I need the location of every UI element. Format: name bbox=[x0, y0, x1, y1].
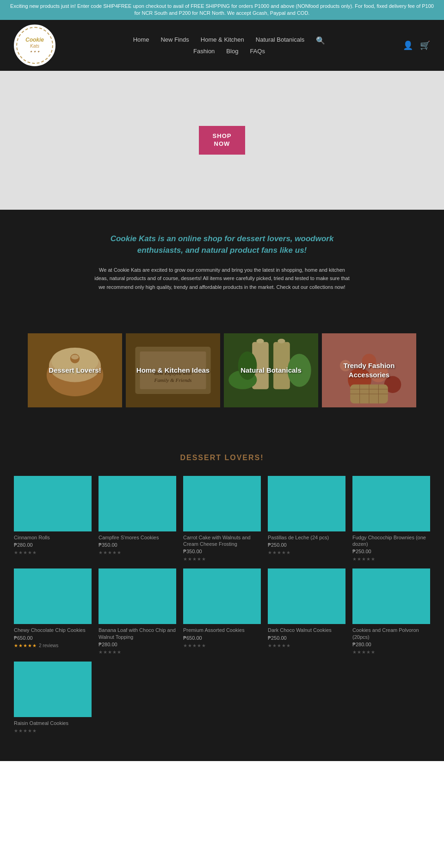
product-card-6[interactable]: Chewy Chocolate Chip Cookies₱650.00★★★★★… bbox=[14, 568, 92, 655]
product-name-9: Dark Choco Walnut Cookies bbox=[268, 627, 345, 633]
product-price-5: ₱250.00 bbox=[352, 549, 430, 555]
product-image-11 bbox=[14, 662, 92, 717]
category-fashion-label: Trendy Fashion Accessories bbox=[322, 359, 416, 381]
about-title: Cookie Kats is an online shop for desser… bbox=[92, 233, 352, 256]
product-card-11[interactable]: Raisin Oatmeal Cookies★★★★★ bbox=[14, 662, 92, 733]
product-stars-9: ★★★★★ bbox=[268, 643, 345, 648]
product-stars-8: ★★★★★ bbox=[183, 643, 261, 648]
product-name-10: Cookies and Cream Polvoron (20pcs) bbox=[352, 627, 430, 640]
product-stars-2: ★★★★★ bbox=[99, 550, 176, 555]
product-price-1: ₱280.00 bbox=[14, 542, 92, 548]
product-price-3: ₱350.00 bbox=[183, 549, 261, 555]
product-price-8: ₱650.00 bbox=[183, 635, 261, 641]
product-price-6: ₱650.00 bbox=[14, 635, 92, 641]
product-image-10 bbox=[352, 568, 430, 624]
products-section-title: DESSERT LOVERS! bbox=[14, 454, 430, 462]
main-nav: Home New Finds Home & Kitchen Natural Bo… bbox=[65, 36, 394, 55]
product-card-9[interactable]: Dark Choco Walnut Cookies₱250.00★★★★★ bbox=[268, 568, 345, 655]
product-reviews-6: 2 reviews bbox=[39, 643, 58, 648]
product-name-5: Fudgy Chocochip Brownies (one dozen) bbox=[352, 534, 430, 548]
product-image-5 bbox=[352, 476, 430, 531]
nav-new-finds[interactable]: New Finds bbox=[160, 36, 189, 45]
product-image-9 bbox=[268, 568, 345, 624]
products-section: DESSERT LOVERS! Cinnamon Rolls₱280.00★★★… bbox=[0, 435, 444, 761]
category-botanical-overlay: Natural Botanicals bbox=[224, 333, 318, 407]
categories-section: Dessert Lovers! Best Enjoyed with Family… bbox=[0, 315, 444, 435]
nav-home-kitchen[interactable]: Home & Kitchen bbox=[201, 36, 244, 45]
nav-blog[interactable]: Blog bbox=[226, 48, 238, 55]
nav-faqs[interactable]: FAQs bbox=[250, 48, 265, 55]
product-image-8 bbox=[183, 568, 261, 624]
product-price-4: ₱250.00 bbox=[268, 542, 345, 548]
category-botanical[interactable]: Natural Botanicals bbox=[224, 333, 318, 407]
logo[interactable]: Cookie Kats ✦ ✦ ✦ bbox=[14, 25, 56, 66]
product-stars-11: ★★★★★ bbox=[14, 728, 92, 733]
cart-icon[interactable]: 🛒 bbox=[420, 40, 430, 50]
shop-now-button[interactable]: SHOPNOW bbox=[199, 126, 246, 155]
product-card-8[interactable]: Premium Assorted Cookies₱650.00★★★★★ bbox=[183, 568, 261, 655]
product-image-1 bbox=[14, 476, 92, 531]
nav-natural-botanicals[interactable]: Natural Botanicals bbox=[256, 36, 305, 45]
product-stars-10: ★★★★★ bbox=[352, 649, 430, 655]
product-stars-7: ★★★★★ bbox=[99, 649, 176, 655]
product-price-10: ₱280.00 bbox=[352, 642, 430, 648]
product-card-4[interactable]: Pastillas de Leche (24 pcs)₱250.00★★★★★ bbox=[268, 476, 345, 562]
product-name-7: Banana Loaf with Choco Chip and Walnut T… bbox=[99, 627, 176, 640]
categories-grid: Dessert Lovers! Best Enjoyed with Family… bbox=[28, 333, 416, 407]
account-icon[interactable]: 👤 bbox=[403, 40, 413, 50]
product-name-8: Premium Assorted Cookies bbox=[183, 627, 261, 633]
search-icon[interactable]: 🔍 bbox=[316, 36, 325, 45]
product-image-6 bbox=[14, 568, 92, 624]
product-name-3: Carrot Cake with Walnuts and Cream Chees… bbox=[183, 534, 261, 548]
header-actions: 👤 🛒 bbox=[403, 40, 430, 50]
product-card-10[interactable]: Cookies and Cream Polvoron (20pcs)₱280.0… bbox=[352, 568, 430, 655]
category-dessert-label: Dessert Lovers! bbox=[46, 363, 103, 377]
product-card-5[interactable]: Fudgy Chocochip Brownies (one dozen)₱250… bbox=[352, 476, 430, 562]
nav-home[interactable]: Home bbox=[133, 36, 149, 45]
category-botanical-label: Natural Botanicals bbox=[238, 363, 304, 377]
category-kitchen[interactable]: Best Enjoyed with Family & Friends Home … bbox=[126, 333, 220, 407]
product-card-7[interactable]: Banana Loaf with Choco Chip and Walnut T… bbox=[99, 568, 176, 655]
product-stars-6: ★★★★★2 reviews bbox=[14, 643, 92, 648]
product-image-4 bbox=[268, 476, 345, 531]
product-name-1: Cinnamon Rolls bbox=[14, 534, 92, 541]
product-name-6: Chewy Chocolate Chip Cookies bbox=[14, 627, 92, 633]
products-grid: Cinnamon Rolls₱280.00★★★★★Campfire S'mor… bbox=[14, 476, 430, 733]
category-dessert[interactable]: Dessert Lovers! bbox=[28, 333, 122, 407]
product-image-2 bbox=[99, 476, 176, 531]
product-stars-5: ★★★★★ bbox=[352, 556, 430, 562]
category-kitchen-overlay: Home & Kitchen Ideas bbox=[126, 333, 220, 407]
product-price-2: ₱350.00 bbox=[99, 542, 176, 548]
about-section: Cookie Kats is an online shop for desser… bbox=[0, 210, 444, 315]
about-text: We at Cookie Kats are excited to grow ou… bbox=[92, 266, 352, 292]
product-price-7: ₱280.00 bbox=[99, 642, 176, 648]
announcement-text: Exciting new products just in! Enter cod… bbox=[10, 3, 434, 16]
category-dessert-overlay: Dessert Lovers! bbox=[28, 333, 122, 407]
product-image-7 bbox=[99, 568, 176, 624]
announcement-bar: Exciting new products just in! Enter cod… bbox=[0, 0, 444, 20]
site-header: Cookie Kats ✦ ✦ ✦ Home New Finds Home & … bbox=[0, 20, 444, 71]
product-price-9: ₱250.00 bbox=[268, 635, 345, 641]
product-card-3[interactable]: Carrot Cake with Walnuts and Cream Chees… bbox=[183, 476, 261, 562]
category-fashion-overlay: Trendy Fashion Accessories bbox=[322, 333, 416, 407]
product-card-1[interactable]: Cinnamon Rolls₱280.00★★★★★ bbox=[14, 476, 92, 562]
product-stars-3: ★★★★★ bbox=[183, 556, 261, 562]
product-stars-4: ★★★★★ bbox=[268, 550, 345, 555]
category-fashion[interactable]: Trendy Fashion Accessories bbox=[322, 333, 416, 407]
product-card-2[interactable]: Campfire S'mores Cookies₱350.00★★★★★ bbox=[99, 476, 176, 562]
product-name-2: Campfire S'mores Cookies bbox=[99, 534, 176, 541]
product-name-11: Raisin Oatmeal Cookies bbox=[14, 720, 92, 726]
category-kitchen-label: Home & Kitchen Ideas bbox=[134, 363, 212, 377]
product-stars-1: ★★★★★ bbox=[14, 550, 92, 555]
product-name-4: Pastillas de Leche (24 pcs) bbox=[268, 534, 345, 541]
hero-section: SHOPNOW bbox=[0, 71, 444, 210]
nav-fashion[interactable]: Fashion bbox=[193, 48, 215, 55]
product-image-3 bbox=[183, 476, 261, 531]
